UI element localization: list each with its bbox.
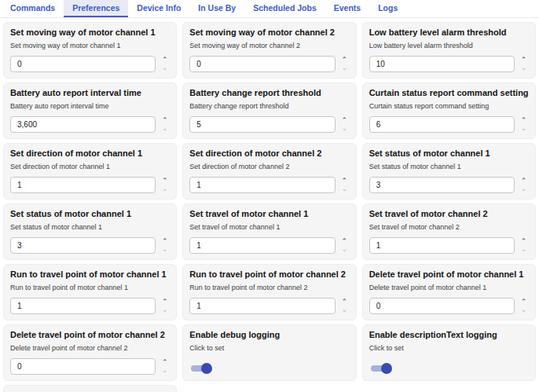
stepper-up-button[interactable]: ⌃ — [339, 299, 350, 306]
stepper-down-button[interactable]: ⌄ — [160, 64, 170, 72]
stepper-down-button[interactable]: ⌄ — [339, 306, 350, 314]
stepper-down-button[interactable]: ⌄ — [519, 125, 529, 133]
stepper-down-button[interactable]: ⌄ — [160, 246, 170, 254]
preference-card: Low battery level alarm threshold Low ba… — [362, 22, 536, 79]
preference-title: Set moving way of motor channel 1 — [10, 27, 170, 38]
preference-number-input[interactable] — [10, 177, 156, 193]
preference-number-input[interactable] — [10, 116, 156, 133]
chevron-up-icon: ⌃ — [341, 237, 347, 245]
stepper-down-button[interactable]: ⌄ — [519, 185, 529, 193]
preference-number-input[interactable] — [10, 237, 156, 254]
tab-bar: Commands Preferences Device Info In Use … — [0, 0, 539, 18]
preference-number-input[interactable] — [369, 237, 515, 254]
preference-number-input[interactable] — [189, 116, 335, 133]
number-stepper: ⌃ ⌄ — [160, 117, 170, 133]
preference-card: Battery change report threshold Battery … — [182, 82, 356, 139]
number-stepper: ⌃ ⌄ — [339, 117, 350, 133]
stepper-up-button[interactable]: ⌃ — [519, 299, 529, 306]
stepper-up-button[interactable]: ⌃ — [519, 178, 529, 185]
stepper-up-button[interactable]: ⌃ — [160, 299, 170, 306]
stepper-down-button[interactable]: ⌄ — [160, 185, 170, 193]
preference-number-input[interactable] — [10, 56, 156, 72]
stepper-up-button[interactable]: ⌃ — [519, 117, 529, 125]
preference-card: Delete travel point of motor channel 2 D… — [3, 324, 177, 381]
preference-subtitle: Low battery level alarm threshold — [369, 42, 529, 50]
tab-device-info[interactable]: Device Info — [128, 0, 189, 17]
tab-preferences[interactable]: Preferences — [64, 0, 128, 17]
preference-title: Set direction of motor channel 1 — [10, 148, 170, 159]
tab-label: Preferences — [72, 3, 119, 13]
preference-number-input[interactable] — [369, 298, 515, 314]
number-stepper: ⌃ ⌄ — [519, 299, 529, 314]
stepper-down-button[interactable]: ⌄ — [519, 306, 529, 314]
tab-label: Events — [334, 3, 361, 13]
preference-number-input[interactable] — [10, 358, 156, 375]
preferences-card-grid: Set moving way of motor channel 1 Set mo… — [3, 22, 536, 392]
preference-number-input[interactable] — [369, 177, 515, 193]
stepper-up-button[interactable]: ⌃ — [160, 238, 170, 246]
preference-number-input[interactable] — [189, 237, 335, 254]
stepper-down-button[interactable]: ⌄ — [160, 306, 170, 314]
number-stepper: ⌃ ⌄ — [519, 57, 529, 72]
number-input-row: ⌃ ⌄ — [369, 237, 529, 254]
stepper-up-button[interactable]: ⌃ — [519, 238, 529, 246]
stepper-down-button[interactable]: ⌄ — [160, 125, 170, 133]
preference-number-input[interactable] — [369, 56, 515, 72]
tab-commands[interactable]: Commands — [2, 0, 64, 17]
preference-number-input[interactable] — [189, 298, 335, 314]
preference-title: Set status of motor channel 1 — [10, 209, 170, 219]
chevron-down-icon: ⌄ — [521, 124, 527, 132]
number-stepper: ⌃ ⌄ — [160, 359, 170, 375]
stepper-up-button[interactable]: ⌃ — [160, 117, 170, 125]
tab-scheduled-jobs[interactable]: Scheduled Jobs — [244, 0, 325, 17]
preference-title: Low battery level alarm threshold — [369, 27, 529, 38]
stepper-down-button[interactable]: ⌄ — [339, 246, 350, 254]
number-stepper: ⌃ ⌄ — [339, 238, 350, 254]
number-input-row: ⌃ ⌄ — [189, 298, 349, 314]
tab-logs[interactable]: Logs — [369, 0, 406, 17]
stepper-up-button[interactable]: ⌃ — [160, 57, 170, 64]
preference-subtitle: Click to set — [369, 344, 529, 353]
number-stepper: ⌃ ⌄ — [160, 238, 170, 254]
stepper-down-button[interactable]: ⌄ — [519, 246, 529, 254]
toggle-switch[interactable] — [191, 363, 212, 374]
stepper-up-button[interactable]: ⌃ — [160, 178, 170, 185]
stepper-down-button[interactable]: ⌄ — [160, 367, 170, 375]
stepper-down-button[interactable]: ⌄ — [339, 64, 350, 72]
stepper-up-button[interactable]: ⌃ — [339, 117, 350, 125]
chevron-down-icon: ⌄ — [521, 245, 527, 253]
preference-card: Enable debug logging Click to set — [182, 324, 356, 381]
toggle-switch[interactable] — [371, 363, 392, 374]
stepper-up-button[interactable]: ⌃ — [519, 57, 529, 64]
stepper-down-button[interactable]: ⌄ — [339, 125, 350, 133]
number-input-row: ⌃ ⌄ — [369, 116, 529, 133]
preference-subtitle: Curtain status report command setting — [369, 102, 529, 111]
number-input-row: ⌃ ⌄ — [189, 116, 349, 133]
stepper-down-button[interactable]: ⌄ — [339, 185, 350, 193]
number-stepper: ⌃ ⌄ — [160, 178, 170, 193]
preference-number-input[interactable] — [369, 116, 515, 133]
chevron-down-icon: ⌄ — [162, 124, 168, 132]
number-stepper: ⌃ ⌄ — [519, 178, 529, 193]
stepper-up-button[interactable]: ⌃ — [339, 57, 350, 64]
chevron-down-icon: ⌄ — [341, 124, 347, 132]
tab-label: Commands — [10, 3, 55, 13]
stepper-up-button[interactable]: ⌃ — [339, 178, 350, 185]
number-stepper: ⌃ ⌄ — [160, 299, 170, 314]
number-input-row: ⌃ ⌄ — [369, 177, 529, 193]
preference-number-input[interactable] — [10, 298, 156, 314]
number-stepper: ⌃ ⌄ — [519, 238, 529, 254]
stepper-down-button[interactable]: ⌄ — [519, 64, 529, 72]
preference-card: Set travel of motor channel 1 Set travel… — [182, 203, 356, 260]
stepper-up-button[interactable]: ⌃ — [339, 238, 350, 246]
tab-in-use-by[interactable]: In Use By — [189, 0, 244, 17]
preference-title: Set direction of motor channel 2 — [189, 148, 349, 159]
preference-number-input[interactable] — [189, 56, 335, 72]
tab-events[interactable]: Events — [325, 0, 369, 17]
chevron-up-icon: ⌃ — [341, 177, 347, 185]
chevron-down-icon: ⌄ — [162, 245, 168, 253]
number-input-row: ⌃ ⌄ — [10, 56, 170, 72]
preference-number-input[interactable] — [189, 177, 335, 193]
preference-subtitle: Delete travel point of motor channel 1 — [369, 284, 529, 292]
stepper-up-button[interactable]: ⌃ — [160, 359, 170, 367]
